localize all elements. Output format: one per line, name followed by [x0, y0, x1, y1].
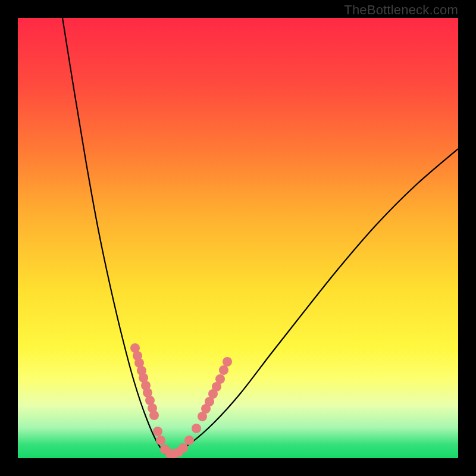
plot-area: [18, 18, 458, 458]
overlay-dot: [184, 436, 194, 445]
curve-svg: [18, 18, 458, 458]
watermark-text: TheBottleneck.com: [344, 2, 458, 18]
v-curve: [62, 18, 458, 455]
overlay-dot: [215, 374, 225, 384]
chart-frame: TheBottleneck.com: [0, 0, 476, 476]
overlay-dot: [223, 357, 232, 367]
overlay-dot: [219, 365, 228, 375]
overlay-dot: [178, 443, 188, 453]
dot-cluster: [130, 343, 232, 458]
overlay-dot: [156, 436, 165, 445]
overlay-dot: [153, 427, 162, 436]
overlay-dot: [192, 424, 201, 433]
overlay-dot: [149, 411, 159, 420]
